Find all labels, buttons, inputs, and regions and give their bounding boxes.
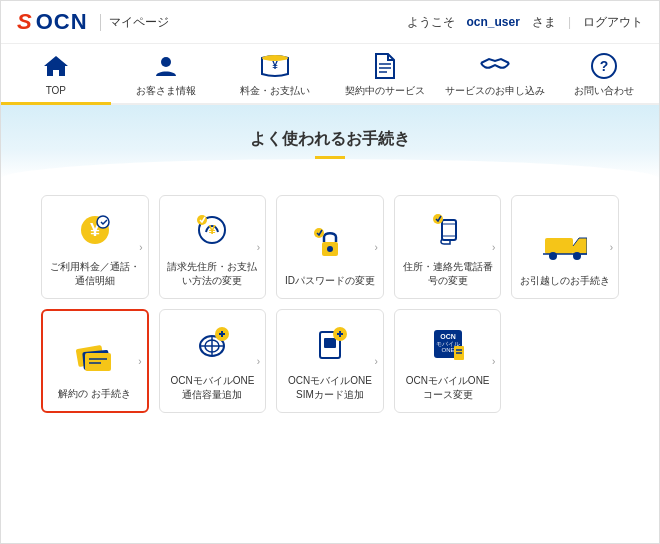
welcome-text: ようこそ — [407, 14, 455, 31]
svg-point-16 — [327, 246, 333, 252]
svg-rect-20 — [545, 238, 573, 254]
grid-item-ocn-mobile-sim[interactable]: OCNモバイルONE SIMカード追加 › — [276, 309, 384, 413]
svg-text:?: ? — [600, 58, 609, 74]
nav-item-inquiry[interactable]: ? お問い合わせ — [549, 44, 659, 103]
ocn-mobile-data-label: OCNモバイルONE 通信容量追加 — [166, 374, 260, 402]
billing-address-icon: ¥ — [190, 208, 234, 252]
grid-item-ocn-mobile-course[interactable]: OCN モバイル ONE OCNモバイルONE コース変更 › — [394, 309, 502, 413]
nav-top-label: TOP — [46, 84, 66, 97]
arrow-right-icon2: › — [257, 242, 260, 253]
ocn-mobile-data-icon — [190, 322, 234, 366]
logo-mypage-text: マイページ — [100, 14, 169, 31]
arrow-right-icon7: › — [257, 356, 260, 367]
svg-marker-0 — [44, 56, 68, 76]
username-text: ocn_user — [467, 15, 520, 29]
grid-item-moving[interactable]: お引越しのお手続き › — [511, 195, 619, 299]
nav-customer-label: お客さま情報 — [136, 84, 196, 97]
nav-item-apply[interactable]: サービスのお申し込み — [440, 44, 550, 103]
svg-text:¥: ¥ — [209, 222, 217, 237]
ocn-mobile-course-icon: OCN モバイル ONE — [426, 322, 470, 366]
svg-rect-26 — [85, 353, 111, 371]
cancel-label: 解約の お手続き — [58, 387, 131, 401]
svg-point-22 — [573, 252, 581, 260]
grid-item-address-phone[interactable]: 住所・連絡先電話番号の変更 › — [394, 195, 502, 299]
moving-label: お引越しのお手続き — [520, 274, 610, 288]
arrow-right-icon3: › — [374, 242, 377, 253]
nav-bar: TOP お客さま情報 ¥ 料金・お支払い — [1, 44, 659, 105]
cancel-icon — [73, 335, 117, 379]
address-phone-label: 住所・連絡先電話番号の変更 — [401, 260, 495, 288]
svg-text:¥: ¥ — [272, 60, 278, 71]
svg-text:OCN: OCN — [440, 333, 456, 340]
address-phone-icon — [426, 208, 470, 252]
ocn-mobile-sim-icon — [308, 322, 352, 366]
separator: | — [568, 15, 571, 29]
arrow-right-icon4: › — [492, 242, 495, 253]
logo-ocn: S OCN — [17, 9, 88, 35]
id-password-label: IDパスワードの変更 — [285, 274, 375, 288]
header: S OCN マイページ ようこそ ocn_user さま | ログアウト — [1, 1, 659, 44]
arrow-right-icon9: › — [492, 356, 495, 367]
grid-item-id-password[interactable]: IDパスワードの変更 › — [276, 195, 384, 299]
ocn-mobile-sim-label: OCNモバイルONE SIMカード追加 — [283, 374, 377, 402]
svg-point-19 — [433, 214, 443, 224]
nav-item-contract[interactable]: 契約中のサービス — [330, 44, 440, 103]
customer-icon — [150, 52, 182, 80]
arrow-right-icon8: › — [374, 356, 377, 367]
svg-point-11 — [97, 216, 109, 228]
ocn-mobile-course-label: OCNモバイルONE コース変更 — [401, 374, 495, 402]
logout-link[interactable]: ログアウト — [583, 14, 643, 31]
wallet-icon: ¥ — [259, 52, 291, 80]
svg-point-21 — [549, 252, 557, 260]
handshake-icon — [479, 52, 511, 80]
svg-rect-37 — [324, 338, 336, 348]
contract-icon — [369, 52, 401, 80]
banner-title: よく使われるお手続き — [1, 129, 659, 150]
logo-ocn-text: OCN — [36, 9, 88, 35]
logo-s-icon: S — [17, 9, 32, 35]
svg-text:ONE: ONE — [441, 347, 454, 353]
svg-point-1 — [161, 57, 171, 67]
banner-underline — [315, 156, 345, 159]
logo-area: S OCN マイページ — [17, 9, 169, 35]
arrow-right-icon: › — [139, 242, 142, 253]
wave-banner: よく使われるお手続き — [1, 105, 659, 179]
nav-apply-label: サービスのお申し込み — [445, 84, 545, 97]
grid-item-ocn-mobile-data[interactable]: OCNモバイルONE 通信容量追加 › — [159, 309, 267, 413]
grid-item-cancel[interactable]: 解約の お手続き › — [41, 309, 149, 413]
grid-item-billing-detail[interactable]: ¥ ご利用料金／通話・通信明細 › — [41, 195, 149, 299]
nav-item-billing[interactable]: ¥ 料金・お支払い — [220, 44, 330, 103]
home-icon — [40, 52, 72, 80]
nav-item-customer[interactable]: お客さま情報 — [111, 44, 221, 103]
grid-section: ¥ ご利用料金／通話・通信明細 › ¥ — [1, 179, 659, 433]
sama-text: さま — [532, 14, 556, 31]
svg-point-14 — [197, 215, 207, 225]
moving-icon — [543, 222, 587, 266]
arrow-right-icon5: › — [610, 242, 613, 253]
id-password-icon — [308, 222, 352, 266]
svg-point-17 — [314, 228, 324, 238]
inquiry-icon: ? — [588, 52, 620, 80]
nav-item-top[interactable]: TOP — [1, 44, 111, 103]
header-user-area: ようこそ ocn_user さま | ログアウト — [407, 14, 643, 31]
billing-detail-label: ご利用料金／通話・通信明細 — [48, 260, 142, 288]
arrow-right-icon6: › — [138, 356, 141, 367]
nav-contract-label: 契約中のサービス — [345, 84, 425, 97]
svg-rect-18 — [442, 220, 456, 240]
billing-address-label: 請求先住所・お支払い方法の変更 — [166, 260, 260, 288]
billing-detail-icon: ¥ — [73, 208, 117, 252]
grid-container: ¥ ご利用料金／通話・通信明細 › ¥ — [41, 195, 619, 413]
nav-billing-label: 料金・お支払い — [240, 84, 310, 97]
grid-item-billing-address[interactable]: ¥ 請求先住所・お支払い方法の変更 › — [159, 195, 267, 299]
nav-inquiry-label: お問い合わせ — [574, 84, 634, 97]
